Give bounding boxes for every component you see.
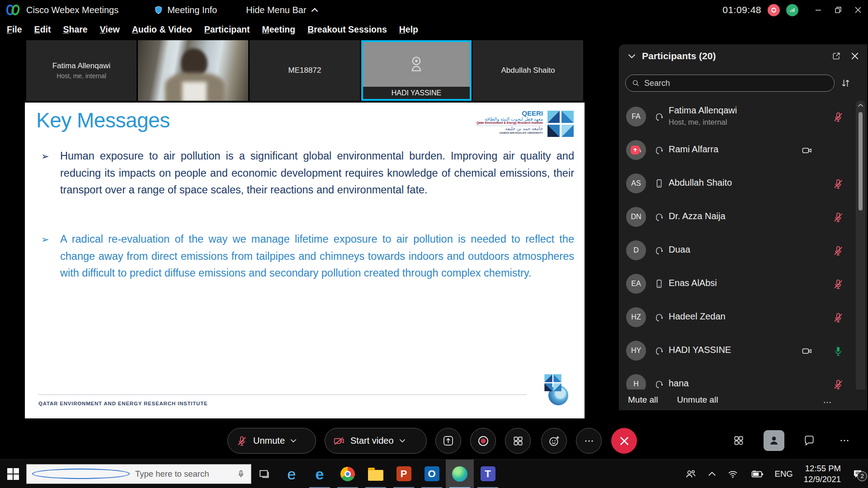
share-content-button[interactable] (435, 428, 461, 454)
mute-all-button[interactable]: Mute all (628, 395, 658, 405)
mic-muted-icon[interactable] (832, 211, 844, 223)
phone-icon (654, 178, 664, 188)
menu-item-file[interactable]: File (7, 24, 22, 35)
mic-active-icon[interactable] (832, 345, 844, 357)
search-mic-icon[interactable] (236, 469, 245, 479)
participants-scrollbar[interactable] (856, 100, 865, 399)
taskbar-app-outlook[interactable]: O (418, 460, 446, 488)
participant-row[interactable]: RA Rami Alfarra (619, 133, 856, 167)
mic-muted-icon[interactable] (832, 111, 844, 123)
chevron-down-icon[interactable] (290, 439, 297, 443)
hide-menu-bar-button[interactable]: Hide Menu Bar (246, 5, 318, 15)
participant-row[interactable]: AS Abdullah Shaito (619, 167, 856, 200)
taskbar-search[interactable]: Type here to search (26, 464, 251, 484)
participant-row[interactable]: H hana (619, 367, 856, 389)
taskbar-app-file-explorer[interactable] (362, 460, 390, 488)
participant-row[interactable]: D Duaa (619, 234, 856, 267)
chat-button[interactable] (799, 430, 820, 451)
app-title: Cisco Webex Meetings (26, 5, 118, 15)
unmute-button[interactable]: Unmute (227, 428, 316, 454)
participant-row[interactable]: HY HADI YASSINE (619, 334, 856, 367)
unmute-all-button[interactable]: Unmute all (677, 395, 718, 405)
recording-indicator-icon[interactable] (768, 4, 780, 16)
mic-muted-icon[interactable] (832, 245, 844, 257)
clock[interactable]: 12:55 PM 12/9/2021 (804, 463, 841, 484)
more-options-button[interactable] (576, 428, 602, 454)
panel-more-options-button[interactable]: … (823, 395, 833, 405)
mic-muted-icon[interactable] (832, 379, 844, 389)
taskbar-app-internet-explorer[interactable]: e (278, 460, 306, 488)
slide-corner-logo (544, 374, 574, 405)
video-tile-camera-feed[interactable] (138, 40, 248, 101)
record-button[interactable] (470, 428, 496, 454)
search-input[interactable] (644, 79, 828, 88)
taskbar-app-chrome[interactable] (334, 460, 362, 488)
menu-item-breakout-sessions[interactable]: Breakout Sessions (307, 24, 387, 35)
minimize-button[interactable] (808, 0, 828, 20)
scrollbar-thumb[interactable] (859, 112, 863, 211)
start-video-button[interactable]: Start video (325, 428, 427, 454)
chevron-down-icon[interactable] (628, 54, 636, 59)
participant-row[interactable]: HZ Hadeel Zedan (619, 300, 856, 334)
menu-item-view[interactable]: View (100, 24, 120, 35)
participant-subtitle: Host, me, internal (669, 118, 727, 127)
menu-item-share[interactable]: Share (63, 24, 87, 35)
close-panel-icon[interactable] (851, 52, 859, 60)
participants-toggle-button[interactable] (764, 430, 784, 451)
menu-item-meeting[interactable]: Meeting (262, 24, 295, 35)
people-tray-icon[interactable] (684, 468, 697, 480)
camera-on-icon[interactable] (802, 145, 812, 156)
connection-quality-icon[interactable] (786, 4, 798, 16)
taskbar-app-edge[interactable]: e (306, 460, 334, 488)
qeeri-mark-small-icon (544, 374, 562, 392)
video-tile-me18872[interactable]: ME18872 (250, 40, 360, 101)
action-center-button[interactable]: 2 (852, 469, 863, 479)
video-tile-fatima[interactable]: Fatima Allenqawi Host, me, internal (26, 40, 137, 101)
close-button[interactable] (848, 0, 868, 20)
taskbar-app-webex[interactable] (446, 460, 474, 488)
participant-name: Duaa (669, 244, 690, 255)
scroll-up-icon[interactable] (858, 100, 863, 110)
taskbar-search-placeholder: Type here to search (135, 469, 231, 479)
participant-name: Fatima Allenqawi (669, 105, 737, 116)
video-tile-hadi-selected[interactable]: HADI YASSINE (361, 40, 472, 101)
task-view-button[interactable] (251, 460, 278, 488)
menu-item-participant[interactable]: Participant (204, 24, 250, 35)
mic-muted-icon[interactable] (832, 178, 844, 190)
participant-row[interactable]: EA Enas AlAbsi (619, 267, 856, 300)
camera-off-icon (333, 435, 345, 447)
reactions-button[interactable] (541, 428, 567, 454)
meeting-info-button[interactable]: Meeting Info (154, 5, 217, 15)
univ-arabic: جامعة حمد بن خليفة (476, 126, 543, 131)
more-panels-button[interactable] (834, 430, 855, 451)
taskbar-app-powerpoint[interactable]: P (390, 460, 418, 488)
mic-muted-icon[interactable] (832, 278, 844, 290)
language-indicator[interactable]: ENG (775, 469, 793, 479)
hidden-icons-chevron-icon[interactable] (708, 471, 716, 476)
mic-muted-icon[interactable] (832, 312, 844, 324)
chevron-down-icon[interactable] (399, 439, 406, 443)
menu-item-help[interactable]: Help (399, 24, 418, 35)
restore-button[interactable] (828, 0, 848, 20)
menu-item-audio-video[interactable]: Audio & Video (132, 24, 192, 35)
teams-icon: T (481, 466, 495, 481)
apps-button[interactable] (728, 430, 749, 451)
battery-icon[interactable] (750, 469, 764, 479)
start-button[interactable] (0, 460, 26, 488)
layout-button[interactable] (505, 428, 531, 454)
smiley-plus-icon (548, 435, 561, 447)
system-tray: ENG 12:55 PM 12/9/2021 2 (684, 463, 868, 484)
pop-out-icon[interactable] (832, 52, 841, 61)
sort-participants-icon[interactable] (840, 78, 851, 89)
participant-row[interactable]: FA Fatima Allenqawi Host, me, internal (619, 100, 856, 133)
taskbar-app-teams[interactable]: T (474, 460, 502, 488)
meeting-timer: 01:09:48 (722, 5, 761, 15)
leave-meeting-button[interactable] (611, 428, 637, 454)
video-tile-abdullah[interactable]: Abdullah Shaito (473, 40, 583, 101)
participant-row[interactable]: DN Dr. Azza Naija (619, 200, 856, 234)
wifi-icon[interactable] (727, 469, 739, 479)
camera-on-icon[interactable] (802, 346, 812, 357)
participant-search[interactable] (625, 75, 835, 92)
headset-icon (654, 112, 664, 122)
menu-item-edit[interactable]: Edit (34, 24, 51, 35)
